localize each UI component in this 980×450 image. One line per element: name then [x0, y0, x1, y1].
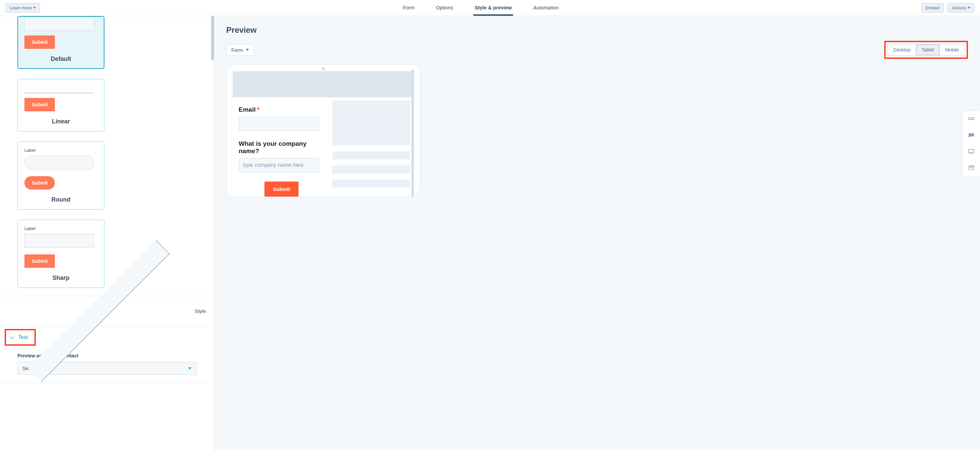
- skeleton-line: [332, 165, 410, 174]
- tab-automation[interactable]: Automation: [532, 0, 560, 16]
- style-cards: Submit Default Submit Linear Label Submi…: [0, 16, 214, 296]
- field-label-email: Email *: [239, 106, 325, 113]
- tab-style-preview[interactable]: Style & preview: [473, 0, 513, 16]
- accordion-label: Style: [195, 308, 206, 314]
- skeleton-line: [332, 151, 410, 160]
- tablet-camera-icon: [321, 67, 325, 71]
- svg-point-8: [970, 135, 970, 135]
- svg-rect-3: [973, 117, 974, 118]
- top-nav: Learn more Form Options Style & preview …: [0, 0, 980, 16]
- svg-rect-2: [972, 117, 973, 118]
- company-placeholder: type company name here: [243, 162, 304, 168]
- learn-more-button[interactable]: Learn more: [5, 3, 40, 13]
- embed-button[interactable]: Embed: [921, 3, 943, 13]
- tablet-header-skeleton: [232, 71, 411, 97]
- preview-controls: Form Desktop Tablet Mobile: [226, 41, 968, 59]
- accordion: Style Test Preview as specific contact S…: [0, 296, 214, 383]
- tab-form[interactable]: Form: [402, 0, 416, 16]
- chevron-down-icon: [967, 7, 970, 9]
- chevron-down-icon: [246, 49, 249, 51]
- main-layout: Submit Default Submit Linear Label Submi…: [0, 16, 980, 450]
- svg-rect-7: [973, 119, 974, 120]
- card-input-preview: [24, 234, 94, 248]
- device-tablet[interactable]: Tablet: [916, 44, 940, 55]
- scrollbar[interactable]: [211, 16, 214, 60]
- left-panel: Submit Default Submit Linear Label Submi…: [0, 16, 214, 450]
- device-mobile[interactable]: Mobile: [940, 44, 964, 55]
- card-label: Label: [24, 148, 97, 153]
- accordion-header-style[interactable]: Style: [0, 296, 214, 326]
- chat-icon[interactable]: [968, 133, 974, 138]
- card-title: Round: [24, 193, 97, 207]
- card-input-preview: [24, 155, 94, 170]
- card-submit-preview: Submit: [24, 35, 55, 49]
- svg-rect-5: [970, 119, 971, 120]
- accordion-item-style: Style: [0, 296, 214, 326]
- svg-rect-12: [970, 153, 972, 154]
- preview-panel: Preview Form Desktop Tablet Mobile: [214, 16, 980, 450]
- svg-rect-6: [972, 119, 973, 120]
- monitor-icon[interactable]: [968, 149, 974, 154]
- svg-rect-17: [970, 168, 970, 168]
- card-title: Linear: [24, 115, 97, 128]
- field-label-text: Email: [239, 106, 256, 113]
- card-title: Sharp: [24, 272, 97, 285]
- svg-rect-1: [970, 117, 971, 118]
- tablet-frame: Email * What is your company name? type …: [226, 64, 420, 197]
- chevron-down-icon: [188, 368, 191, 369]
- style-card-linear[interactable]: Submit Linear: [18, 79, 104, 132]
- preview-type-label: Form: [231, 47, 243, 53]
- chevron-down-icon: [33, 7, 36, 9]
- svg-rect-15: [970, 165, 970, 166]
- card-submit-preview: Submit: [24, 254, 55, 268]
- preview-type-select[interactable]: Form: [226, 44, 254, 56]
- skeleton-block: [332, 101, 410, 146]
- calendar-icon[interactable]: [968, 165, 974, 170]
- svg-rect-4: [968, 119, 969, 120]
- svg-point-9: [971, 135, 972, 135]
- svg-point-10: [972, 135, 973, 135]
- tab-options[interactable]: Options: [435, 0, 455, 16]
- accordion-header-test-wrap: Test: [0, 326, 214, 351]
- svg-rect-0: [968, 117, 969, 118]
- email-field[interactable]: [239, 117, 319, 131]
- card-label: Label: [24, 226, 97, 231]
- accordion-item-test: Test Preview as specific contact Search: [0, 326, 214, 383]
- svg-rect-16: [972, 165, 972, 166]
- preview-submit-button[interactable]: Submit: [264, 182, 299, 196]
- accordion-label: Test: [18, 334, 28, 340]
- style-card-default[interactable]: Submit Default: [18, 16, 104, 69]
- actions-label: Actions: [952, 5, 966, 10]
- card-input-preview: [24, 17, 94, 31]
- card-title: Default: [24, 53, 97, 66]
- card-submit-preview: Submit: [24, 176, 55, 190]
- skeleton-line: [332, 179, 410, 187]
- card-input-preview: [24, 79, 94, 93]
- field-label-company: What is your company name?: [239, 140, 325, 155]
- svg-rect-18: [971, 168, 972, 168]
- topnav-right: Embed Actions: [921, 3, 975, 13]
- learn-more-label: Learn more: [10, 5, 32, 10]
- topnav-tabs: Form Options Style & preview Automation: [40, 0, 921, 16]
- device-segment: Desktop Tablet Mobile: [888, 44, 965, 55]
- required-asterisk-icon: *: [257, 106, 259, 113]
- card-submit-preview: Submit: [24, 98, 55, 111]
- preview-heading: Preview: [226, 25, 968, 35]
- style-card-sharp[interactable]: Label Submit Sharp: [18, 220, 104, 288]
- chevron-down-icon: [10, 334, 14, 339]
- svg-rect-11: [969, 149, 974, 153]
- company-name-field[interactable]: type company name here: [239, 158, 319, 172]
- accordion-header-test[interactable]: Test: [5, 329, 36, 346]
- style-card-round[interactable]: Label Submit Round: [18, 141, 104, 210]
- device-desktop[interactable]: Desktop: [888, 44, 916, 55]
- actions-button[interactable]: Actions: [948, 3, 975, 13]
- device-segment-highlight: Desktop Tablet Mobile: [884, 41, 968, 59]
- grid-icon[interactable]: [968, 117, 974, 122]
- right-icon-rail: [963, 111, 980, 176]
- svg-rect-19: [972, 168, 973, 168]
